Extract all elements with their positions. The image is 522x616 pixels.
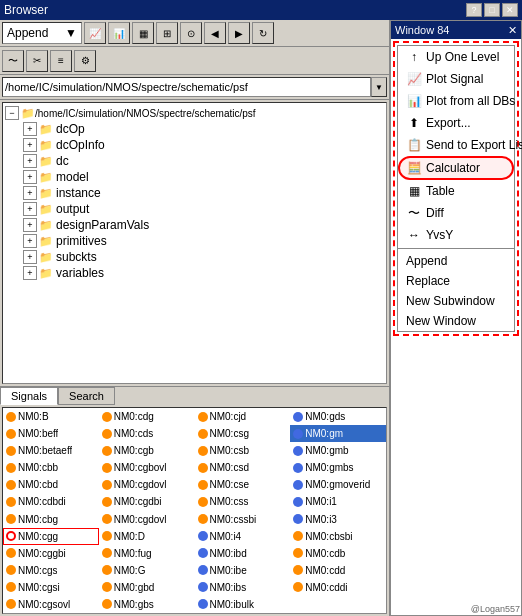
- signal-item[interactable]: NM0:cgs: [3, 562, 99, 579]
- signal-item[interactable]: NM0:cdd: [290, 562, 386, 579]
- signal-item[interactable]: NM0:cgdovl: [99, 476, 195, 493]
- cursor-icon[interactable]: ✂: [26, 50, 48, 72]
- expand-icon[interactable]: +: [23, 154, 37, 168]
- signal-item[interactable]: NM0:i4: [195, 528, 291, 545]
- list-icon[interactable]: ≡: [50, 50, 72, 72]
- refresh-icon[interactable]: ↻: [252, 22, 274, 44]
- close-button[interactable]: ✕: [502, 3, 518, 17]
- tree-item[interactable]: +📁dcOpInfo: [5, 137, 384, 153]
- path-input[interactable]: [2, 77, 371, 97]
- signal-item[interactable]: NM0:ibd: [195, 545, 291, 562]
- signal-item[interactable]: NM0:cbsbi: [290, 528, 386, 545]
- back-icon[interactable]: ◀: [204, 22, 226, 44]
- wave-icon[interactable]: 〜: [2, 50, 24, 72]
- signal-item[interactable]: NM0:ibs: [195, 579, 291, 596]
- signal-item[interactable]: NM0:cdg: [99, 408, 195, 425]
- tree-item[interactable]: +📁primitives: [5, 233, 384, 249]
- signal-item[interactable]: NM0:cddi: [290, 579, 386, 596]
- menu-plot-signal[interactable]: 📈 Plot Signal: [398, 68, 514, 90]
- line-plot-icon[interactable]: 📈: [84, 22, 106, 44]
- signal-item[interactable]: NM0:gmb: [290, 442, 386, 459]
- signal-item[interactable]: NM0:csb: [195, 442, 291, 459]
- signal-item[interactable]: NM0:cgdovl: [99, 510, 195, 527]
- menu-export[interactable]: ⬆ Export...: [398, 112, 514, 134]
- expand-icon[interactable]: +: [23, 218, 37, 232]
- signal-item[interactable]: NM0:gmbs: [290, 459, 386, 476]
- signal-item[interactable]: NM0:csd: [195, 459, 291, 476]
- signal-item[interactable]: NM0:cgsovl: [3, 596, 99, 613]
- menu-yvsy[interactable]: ↔ YvsY: [398, 224, 514, 246]
- tree-item[interactable]: +📁subckts: [5, 249, 384, 265]
- tab-signals[interactable]: Signals: [0, 387, 58, 405]
- expand-icon[interactable]: +: [23, 138, 37, 152]
- signal-item[interactable]: NM0:cgsi: [3, 579, 99, 596]
- append-dropdown[interactable]: Append ▼: [2, 22, 82, 44]
- signal-item[interactable]: NM0:cbd: [3, 476, 99, 493]
- tab-search[interactable]: Search: [58, 387, 115, 405]
- expand-icon[interactable]: +: [23, 250, 37, 264]
- signal-item[interactable]: NM0:csg: [195, 425, 291, 442]
- tree-item[interactable]: +📁instance: [5, 185, 384, 201]
- signal-item[interactable]: NM0:beff: [3, 425, 99, 442]
- signal-item[interactable]: NM0:G: [99, 562, 195, 579]
- signal-item[interactable]: NM0:cbg: [3, 510, 99, 527]
- signal-item[interactable]: NM0:cgb: [99, 442, 195, 459]
- expand-icon[interactable]: +: [23, 170, 37, 184]
- signal-item[interactable]: NM0:cggbi: [3, 545, 99, 562]
- signal-item[interactable]: NM0:css: [195, 493, 291, 510]
- menu-table[interactable]: ▦ Table: [398, 180, 514, 202]
- menu-append[interactable]: Append: [398, 251, 514, 271]
- signal-item[interactable]: NM0:D: [99, 528, 195, 545]
- expand-icon[interactable]: +: [23, 122, 37, 136]
- tree-item[interactable]: +📁dc: [5, 153, 384, 169]
- signal-item[interactable]: NM0:gbd: [99, 579, 195, 596]
- signal-item[interactable]: NM0:i3: [290, 510, 386, 527]
- tree-item[interactable]: +📁output: [5, 201, 384, 217]
- globe-icon[interactable]: ⊙: [180, 22, 202, 44]
- signal-item[interactable]: NM0:cgbovl: [99, 459, 195, 476]
- signal-item[interactable]: NM0:i1: [290, 493, 386, 510]
- signal-item[interactable]: NM0:betaeff: [3, 442, 99, 459]
- tree-item[interactable]: +📁variables: [5, 265, 384, 281]
- menu-calculator[interactable]: 🧮 Calculator: [398, 156, 514, 180]
- tree-item[interactable]: +📁model: [5, 169, 384, 185]
- bar-chart-icon[interactable]: 📊: [108, 22, 130, 44]
- expand-icon[interactable]: +: [23, 266, 37, 280]
- menu-up-one-level[interactable]: ↑ Up One Level: [398, 46, 514, 68]
- signal-item[interactable]: NM0:cssbi: [195, 510, 291, 527]
- minimize-button[interactable]: □: [484, 3, 500, 17]
- tree-root[interactable]: − 📁 /home/IC/simulation/NMOS/spectre/sch…: [5, 105, 384, 121]
- signal-item[interactable]: NM0:gmoverid: [290, 476, 386, 493]
- signal-item[interactable]: NM0:cjd: [195, 408, 291, 425]
- help-button[interactable]: ?: [466, 3, 482, 17]
- expand-icon[interactable]: +: [23, 202, 37, 216]
- tree-item[interactable]: +📁dcOp: [5, 121, 384, 137]
- forward-icon[interactable]: ▶: [228, 22, 250, 44]
- settings-icon[interactable]: ⚙: [74, 50, 96, 72]
- signal-item[interactable]: NM0:cgg: [3, 528, 99, 545]
- menu-new-window[interactable]: New Window: [398, 311, 514, 331]
- signal-item[interactable]: NM0:B: [3, 408, 99, 425]
- signal-item[interactable]: NM0:ibulk: [195, 596, 291, 613]
- menu-diff[interactable]: 〜 Diff: [398, 202, 514, 224]
- menu-new-subwindow[interactable]: New Subwindow: [398, 291, 514, 311]
- signal-item[interactable]: NM0:cbb: [3, 459, 99, 476]
- signal-item[interactable]: NM0:fug: [99, 545, 195, 562]
- signal-item[interactable]: NM0:cgdbi: [99, 493, 195, 510]
- signal-item[interactable]: NM0:ibe: [195, 562, 291, 579]
- menu-plot-all-dbs[interactable]: 📊 Plot from all DBs: [398, 90, 514, 112]
- signal-item[interactable]: NM0:gm: [290, 425, 386, 442]
- root-expand-icon[interactable]: −: [5, 106, 19, 120]
- menu-replace[interactable]: Replace: [398, 271, 514, 291]
- signal-item[interactable]: NM0:cds: [99, 425, 195, 442]
- expand-icon[interactable]: +: [23, 234, 37, 248]
- tree-item[interactable]: +📁designParamVals: [5, 217, 384, 233]
- signal-item[interactable]: NM0:cdb: [290, 545, 386, 562]
- path-dropdown-icon[interactable]: ▼: [371, 77, 387, 97]
- menu-send-export[interactable]: 📋 Send to Export List: [398, 134, 514, 156]
- expand-icon[interactable]: +: [23, 186, 37, 200]
- grid-icon[interactable]: ⊞: [156, 22, 178, 44]
- signal-item[interactable]: NM0:gds: [290, 408, 386, 425]
- signal-item[interactable]: NM0:cse: [195, 476, 291, 493]
- table-icon[interactable]: ▦: [132, 22, 154, 44]
